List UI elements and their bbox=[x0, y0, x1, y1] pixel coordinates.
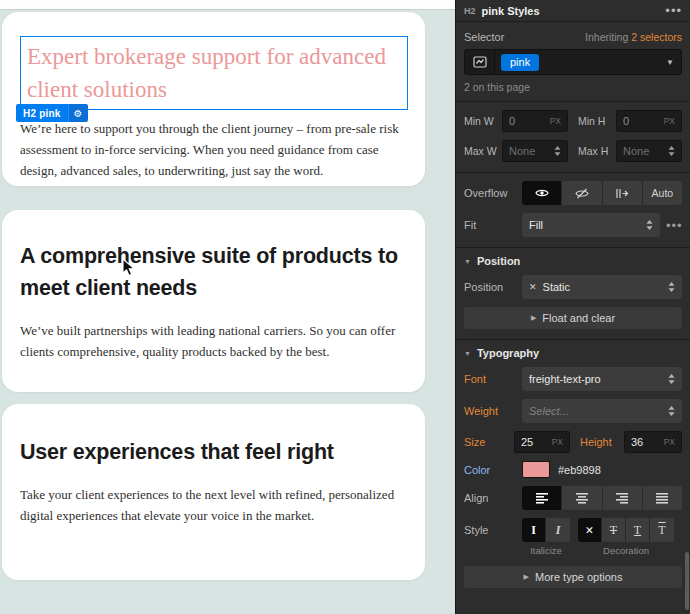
line-height-label: Height bbox=[580, 436, 624, 448]
align-justify-icon[interactable] bbox=[643, 486, 682, 510]
align-center-icon[interactable] bbox=[562, 486, 602, 510]
text-align-options bbox=[522, 486, 682, 510]
style-state-icon[interactable] bbox=[465, 50, 495, 74]
fit-label: Fit bbox=[464, 219, 522, 231]
float-and-clear-label: Float and clear bbox=[542, 312, 615, 324]
element-badge[interactable]: H2 pink ⚙ bbox=[16, 104, 88, 122]
weight-row: Weight Select... bbox=[456, 399, 690, 423]
card2-heading[interactable]: A comprehensive suite of products to mee… bbox=[20, 240, 400, 304]
products-card[interactable]: A comprehensive suite of products to mee… bbox=[2, 210, 425, 392]
font-size-unit[interactable]: PX bbox=[552, 437, 563, 447]
color-label: Color bbox=[464, 464, 522, 476]
align-left-icon[interactable] bbox=[522, 486, 562, 510]
max-w-stepper-icon[interactable] bbox=[554, 146, 561, 156]
fit-more-icon[interactable]: ••• bbox=[666, 218, 682, 233]
min-w-unit[interactable]: PX bbox=[550, 116, 561, 126]
card2-paragraph[interactable]: We’ve built partnerships with leading na… bbox=[20, 320, 408, 362]
overflow-hidden-eye-off-icon[interactable] bbox=[562, 181, 602, 205]
decoration-strikethrough-button[interactable]: T bbox=[602, 518, 626, 542]
position-stepper-icon bbox=[668, 282, 675, 292]
font-stepper-icon bbox=[668, 374, 675, 384]
font-size-input[interactable]: 25 PX bbox=[514, 431, 570, 453]
fit-select[interactable]: Fill bbox=[522, 213, 660, 237]
style-regular-button[interactable]: I bbox=[522, 518, 546, 542]
color-swatch[interactable] bbox=[522, 461, 550, 478]
max-w-input[interactable]: None bbox=[502, 140, 568, 162]
collapse-triangle-icon: ▼ bbox=[464, 350, 471, 357]
decoration-overline-button[interactable]: T bbox=[650, 518, 674, 542]
chevron-down-icon[interactable]: ▼ bbox=[666, 58, 674, 67]
divider bbox=[456, 172, 690, 173]
overflow-row: Overflow Auto bbox=[456, 181, 690, 205]
position-select[interactable]: ✕ Static bbox=[522, 275, 682, 299]
decoration-underline-button[interactable]: T bbox=[626, 518, 650, 542]
panel-menu-icon[interactable]: ••• bbox=[665, 3, 682, 18]
min-w-label: Min W bbox=[464, 115, 502, 127]
fit-stepper-icon bbox=[646, 220, 653, 230]
element-badge-label[interactable]: H2 pink bbox=[16, 104, 68, 122]
typography-section-title: Typography bbox=[477, 347, 539, 359]
overflow-label: Overflow bbox=[464, 187, 522, 199]
panel-title: pink Styles bbox=[482, 5, 540, 17]
selector-label: Selector bbox=[464, 31, 522, 43]
design-canvas[interactable]: Expert brokerage support for advanced cl… bbox=[0, 0, 455, 614]
line-height-input[interactable]: 36 PX bbox=[624, 431, 682, 453]
max-h-stepper-icon[interactable] bbox=[668, 146, 675, 156]
line-height-unit[interactable]: PX bbox=[664, 437, 675, 447]
line-height-value: 36 bbox=[631, 436, 643, 448]
weight-stepper-icon bbox=[668, 406, 675, 416]
size-height-row: Size 25 PX Height 36 PX bbox=[456, 431, 690, 453]
min-h-label: Min H bbox=[578, 115, 616, 127]
overflow-scroll-icon[interactable] bbox=[603, 181, 643, 205]
element-settings-gear-icon[interactable]: ⚙ bbox=[68, 104, 88, 122]
overflow-auto-button[interactable]: Auto bbox=[643, 181, 682, 205]
more-type-options-button[interactable]: ▶ More type options bbox=[464, 566, 682, 588]
inheriting-count[interactable]: 2 selectors bbox=[631, 31, 682, 43]
min-h-input[interactable]: 0 PX bbox=[616, 110, 682, 132]
class-pill-pink[interactable]: pink bbox=[501, 54, 539, 71]
selected-tag-label: H2 bbox=[464, 6, 476, 16]
pink-h2-heading[interactable]: Expert brokerage support for advanced cl… bbox=[27, 40, 401, 106]
align-label: Align bbox=[464, 492, 522, 504]
selected-heading-outline[interactable]: Expert brokerage support for advanced cl… bbox=[20, 36, 408, 110]
card1-paragraph[interactable]: We’re here to support you through the cl… bbox=[20, 118, 416, 181]
min-h-unit[interactable]: PX bbox=[664, 116, 675, 126]
font-size-value: 25 bbox=[521, 436, 533, 448]
overflow-visible-eye-icon[interactable] bbox=[522, 181, 562, 205]
font-value: freight-text-pro bbox=[529, 373, 601, 385]
class-selector-input[interactable]: pink ▼ bbox=[464, 49, 682, 75]
position-section-header[interactable]: ▼ Position bbox=[456, 247, 690, 267]
max-h-input[interactable]: None bbox=[616, 140, 682, 162]
style-panel-header: H2 pink Styles ••• bbox=[456, 0, 690, 22]
font-row: Font freight-text-pro bbox=[456, 367, 690, 391]
align-right-icon[interactable] bbox=[603, 486, 643, 510]
card3-heading[interactable]: User experiences that feel right bbox=[20, 436, 407, 468]
selector-row: Selector Inheriting 2 selectors bbox=[456, 31, 690, 43]
position-label: Position bbox=[464, 281, 522, 293]
color-hex-value[interactable]: #eb9898 bbox=[558, 464, 601, 476]
style-label: Style bbox=[464, 524, 522, 536]
min-size-row: Min W 0 PX Min H 0 PX bbox=[456, 110, 690, 132]
inheriting-info[interactable]: Inheriting 2 selectors bbox=[585, 31, 682, 43]
font-select[interactable]: freight-text-pro bbox=[522, 367, 682, 391]
style-sublabels: Italicize Decoration bbox=[456, 545, 690, 556]
panel-scrollbar-thumb[interactable] bbox=[685, 552, 689, 610]
min-w-value: 0 bbox=[509, 115, 515, 127]
fit-row: Fit Fill ••• bbox=[456, 213, 690, 237]
italicize-sublabel: Italicize bbox=[522, 545, 570, 556]
max-w-value: None bbox=[509, 145, 535, 157]
italicize-options: I I bbox=[522, 518, 570, 542]
decoration-none-button[interactable]: ✕ bbox=[578, 518, 602, 542]
style-italic-button[interactable]: I bbox=[546, 518, 570, 542]
card3-paragraph[interactable]: Take your client experiences to the next… bbox=[20, 484, 408, 526]
min-w-input[interactable]: 0 PX bbox=[502, 110, 568, 132]
font-label: Font bbox=[464, 373, 522, 385]
max-h-label: Max H bbox=[578, 145, 616, 157]
experience-card[interactable]: User experiences that feel right Take yo… bbox=[2, 404, 425, 580]
weight-select[interactable]: Select... bbox=[522, 399, 682, 423]
weight-label: Weight bbox=[464, 405, 522, 417]
position-section-title: Position bbox=[477, 255, 520, 267]
typography-section-header[interactable]: ▼ Typography bbox=[456, 339, 690, 359]
float-and-clear-button[interactable]: ▶ Float and clear bbox=[464, 307, 682, 329]
hero-card[interactable]: Expert brokerage support for advanced cl… bbox=[2, 12, 425, 186]
